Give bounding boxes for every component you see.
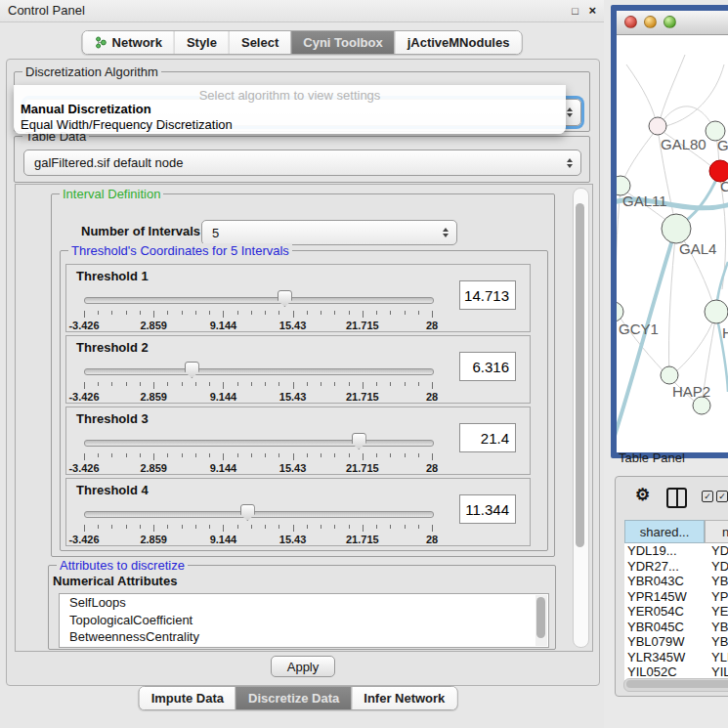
tick-mark: [167, 382, 168, 386]
attribute-selfloops[interactable]: SelfLoops: [60, 594, 548, 612]
close-light[interactable]: [624, 16, 637, 28]
combobox-arrows-icon: [567, 158, 573, 168]
threshold-3-slider[interactable]: -3.4262.8599.14415.4321.71528: [84, 433, 432, 472]
threshold-4-slider[interactable]: -3.4262.8599.14415.4321.71528: [84, 504, 432, 543]
mode-tab-discretize-data-label: Discretize Data: [248, 691, 339, 706]
tick-mark: [293, 453, 294, 460]
algorithm-options-list: Manual DiscretizationEqual Width/Frequen…: [21, 102, 558, 133]
attributes-group: Attributes to discretize Numerical Attri…: [48, 565, 556, 650]
table-row[interactable]: YBL079WYBL0: [624, 634, 728, 650]
tick-mark: [418, 382, 419, 386]
tab-select[interactable]: Select: [229, 31, 290, 54]
threshold-4-value-field[interactable]: 11.344: [459, 494, 516, 524]
thresholds-group-title: Threshold's Coordinates for 5 Intervals: [68, 243, 292, 258]
select-columns-checkbox-icon[interactable]: ✓: [702, 491, 713, 502]
slider-thumb[interactable]: [278, 290, 292, 307]
cell-shared-name: YDR27...: [624, 559, 707, 575]
slider-ticks: [84, 311, 432, 319]
tick-mark: [293, 382, 294, 389]
tick-mark: [321, 525, 321, 529]
tick-mark: [321, 311, 321, 315]
algorithm-dropdown-popup: Select algorithm to view settings Manual…: [14, 85, 566, 134]
algorithm-option-manual-discretization[interactable]: Manual Discretization: [21, 102, 558, 117]
table-data-combobox[interactable]: galFiltered.sif default node: [23, 150, 581, 176]
slider-track[interactable]: [84, 297, 434, 304]
slider-track[interactable]: [84, 440, 434, 447]
tick-label: 2.859: [140, 391, 167, 403]
table-row[interactable]: YDL19...YDL1: [624, 543, 728, 559]
numerical-attributes-list[interactable]: SelfLoopsTopologicalCoefficientBetweenne…: [59, 593, 549, 648]
tick-mark: [363, 453, 364, 460]
tick-mark: [405, 525, 406, 529]
tick-label: 2.859: [140, 534, 167, 545]
mode-tab-impute-data[interactable]: Impute Data: [140, 687, 236, 709]
screen: Control Panel □ × NetworkStyleSelectCyni…: [0, 0, 728, 728]
tab-network[interactable]: Network: [83, 31, 174, 54]
algorithm-option-equal-width-frequency-discretization[interactable]: Equal Width/Frequency Discretization: [21, 117, 558, 133]
slider-track[interactable]: [84, 368, 434, 375]
threshold-1-value-field[interactable]: 14.713: [459, 280, 516, 310]
slider-ticks: [84, 382, 432, 390]
threshold-1-slider[interactable]: -3.4262.8599.14415.4321.71528: [84, 290, 432, 329]
table-body: YDL19...YDL1YDR27...YDR2YBR043CYBR0YPR14…: [624, 543, 728, 680]
tab-jactivemnodules[interactable]: jActiveMNodules: [395, 31, 522, 54]
column-header-shared[interactable]: shared...: [624, 520, 705, 543]
tick-mark: [349, 311, 350, 315]
network-node-gal80[interactable]: [649, 117, 666, 135]
cell-shared-name: YDL19...: [624, 543, 707, 559]
network-node[interactable]: [693, 397, 710, 414]
tick-mark: [334, 311, 335, 315]
column-header-na[interactable]: na: [705, 520, 728, 543]
network-node-h[interactable]: [705, 300, 728, 323]
slider-thumb[interactable]: [185, 362, 199, 378]
cell-shared-name: YBL079W: [624, 634, 707, 650]
table-row[interactable]: YBR043CYBR0: [624, 574, 728, 589]
discretization-algorithm-group-title: Discretization Algorithm: [22, 64, 161, 79]
slider-thumb[interactable]: [352, 433, 366, 450]
minimize-light[interactable]: [644, 16, 657, 28]
threshold-3-value-field[interactable]: 21.4: [459, 423, 516, 452]
mode-tab-discretize-data[interactable]: Discretize Data: [236, 687, 351, 709]
attribute-betweennesscentrality[interactable]: BetweennessCentrality: [60, 628, 548, 646]
zoom-light[interactable]: [664, 16, 676, 28]
network-view-window[interactable]: GAL80GACGAL11GAL4GCY1HHAP2: [611, 5, 728, 458]
network-node-hap2[interactable]: [661, 366, 678, 384]
attributes-list-scrollbar[interactable]: [535, 595, 547, 646]
number-of-intervals-combobox[interactable]: 5: [201, 220, 457, 245]
tab-select-label: Select: [241, 35, 278, 50]
split-columns-icon[interactable]: [666, 488, 687, 508]
slider-tick-labels: -3.4262.8599.14415.4321.71528: [84, 462, 432, 474]
cell-name: YBR0: [707, 574, 728, 589]
threshold-2-value-field[interactable]: 6.316: [459, 352, 516, 381]
tick-mark: [182, 382, 183, 386]
tab-style[interactable]: Style: [174, 31, 229, 54]
settings-vertical-scrollbar[interactable]: [573, 188, 589, 648]
close-window-icon[interactable]: ×: [588, 0, 596, 21]
tab-cyni-toolbox[interactable]: Cyni Toolbox: [290, 31, 394, 54]
table-row[interactable]: YDR27...YDR2: [624, 559, 728, 575]
apply-button[interactable]: Apply: [271, 656, 335, 677]
mode-tab-infer-network[interactable]: Infer Network: [351, 687, 456, 709]
threshold-2-slider[interactable]: -3.4262.8599.14415.4321.71528: [84, 362, 432, 401]
network-canvas[interactable]: GAL80GACGAL11GAL4GCY1HHAP2: [617, 35, 728, 442]
table-row[interactable]: YER054CYER0: [624, 604, 728, 620]
network-node-gal4[interactable]: [662, 214, 691, 243]
slider-thumb[interactable]: [240, 504, 255, 521]
tick-label: -3.426: [68, 320, 99, 331]
network-node-gcy1[interactable]: [617, 302, 623, 321]
settings-gear-icon[interactable]: ⚙: [635, 485, 650, 505]
threshold-4-panel: Threshold 4-3.4262.8599.14415.4321.71528…: [65, 478, 531, 546]
settings-scroll-panel: Interval Definition Number of Intervals …: [15, 184, 593, 652]
table-horizontal-scrollbar[interactable]: [623, 678, 728, 692]
tick-mark: [307, 453, 308, 457]
slider-tick-labels: -3.4262.8599.14415.4321.71528: [84, 391, 432, 403]
attribute-topologicalcoefficient[interactable]: TopologicalCoefficient: [60, 612, 548, 629]
table-row[interactable]: YLR345WYLR3: [624, 650, 728, 665]
table-row[interactable]: YBR045CYBR0: [624, 620, 728, 635]
table-row[interactable]: YPR145WYPR1: [624, 589, 728, 605]
slider-track[interactable]: [84, 511, 434, 518]
select-rows-checkbox-icon[interactable]: ✓: [716, 491, 728, 502]
float-window-icon[interactable]: □: [572, 0, 578, 21]
tick-mark: [265, 311, 266, 315]
node-label-ga: GA: [717, 137, 728, 153]
